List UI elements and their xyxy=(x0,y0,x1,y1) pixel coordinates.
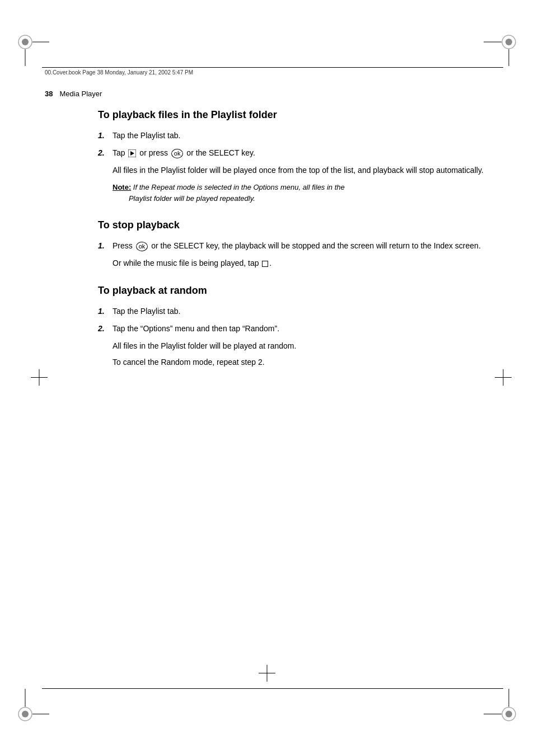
step-num-random-1: 1. xyxy=(98,306,108,317)
body-para-playlist: All files in the Playlist folder will be… xyxy=(113,165,489,176)
step-num-random-2: 2. xyxy=(98,323,108,335)
corner-mark-br xyxy=(484,689,517,722)
ok-icon-stop: ok xyxy=(136,242,148,251)
heading-random: To playback at random xyxy=(98,285,489,297)
note-text: If the Repeat mode is selected in the Op… xyxy=(113,183,345,203)
heading-stop: To stop playback xyxy=(98,219,489,231)
bottom-rule xyxy=(42,688,503,689)
step-random-2: 2. Tap the “Options” menu and then tap “… xyxy=(98,323,489,335)
step-num-2: 2. xyxy=(98,147,108,159)
svg-marker-17 xyxy=(130,151,134,156)
steps-random: 1. Tap the Playlist tab. 2. Tap the “Opt… xyxy=(98,306,489,335)
step-2: 2. Tap or press ok or the SELECT key. xyxy=(98,147,489,159)
corner-mark-tl xyxy=(17,34,50,67)
header-meta-text: 00.Cover.book Page 38 Monday, January 21… xyxy=(45,69,193,76)
step-content-random-1: Tap the Playlist tab. xyxy=(113,306,489,317)
svg-point-5 xyxy=(505,39,512,45)
steps-playlist: 1. Tap the Playlist tab. 2. Tap or press… xyxy=(98,130,489,159)
step-content-random-2: Tap the “Options” menu and then tap “Ran… xyxy=(113,323,489,335)
right-mid-cross xyxy=(495,369,512,387)
body-para-stop: Or while the music file is being played,… xyxy=(113,257,489,269)
svg-point-9 xyxy=(22,711,29,717)
step-content-1: Tap the Playlist tab. xyxy=(113,130,489,142)
bottom-cross-mark xyxy=(259,665,275,683)
step-content-2: Tap or press ok or the SELECT key. xyxy=(113,147,489,159)
step-stop-1: 1. Press ok or the SELECT key, the playb… xyxy=(98,240,489,252)
play-icon xyxy=(128,149,136,157)
svg-point-1 xyxy=(22,39,29,45)
heading-playlist: To playback files in the Playlist folder xyxy=(98,109,489,121)
page-number: 38 xyxy=(45,90,53,98)
step-1: 1. Tap the Playlist tab. xyxy=(98,130,489,142)
note-playlist: Note: If the Repeat mode is selected in … xyxy=(113,182,489,204)
section-playlist: To playback files in the Playlist folder… xyxy=(98,109,489,204)
stop-icon xyxy=(262,261,268,267)
steps-stop: 1. Press ok or the SELECT key, the playb… xyxy=(98,240,489,252)
corner-mark-tr xyxy=(484,34,517,67)
section-title: Media Player xyxy=(59,90,102,98)
step-content-stop-1: Press ok or the SELECT key, the playback… xyxy=(113,240,489,252)
section-stop: To stop playback 1. Press ok or the SELE… xyxy=(98,219,489,269)
left-mid-cross xyxy=(31,369,48,387)
page-header: 38 Media Player xyxy=(45,90,102,98)
ok-icon: ok xyxy=(171,149,184,158)
note-label: Note: xyxy=(113,183,131,191)
body-para-random-2: To cancel the Random mode, repeat step 2… xyxy=(113,356,489,368)
svg-point-13 xyxy=(505,711,512,717)
header-rule xyxy=(42,67,503,68)
main-content: To playback files in the Playlist folder… xyxy=(98,109,489,384)
step-random-1: 1. Tap the Playlist tab. xyxy=(98,306,489,317)
corner-mark-bl xyxy=(17,689,50,722)
step-num-stop-1: 1. xyxy=(98,240,108,252)
section-random: To playback at random 1. Tap the Playlis… xyxy=(98,285,489,368)
body-para-random-1: All files in the Playlist folder will be… xyxy=(113,340,489,352)
step-num-1: 1. xyxy=(98,130,108,142)
